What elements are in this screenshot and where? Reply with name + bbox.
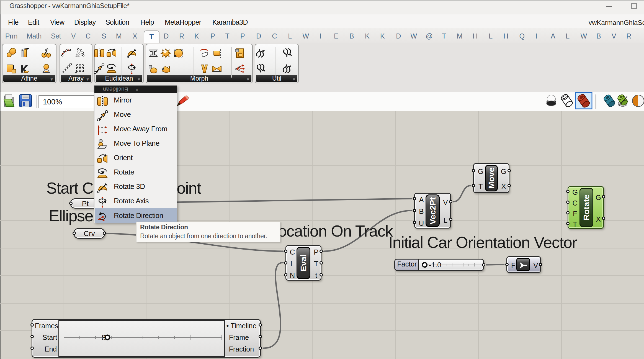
- svg-text:-1.0: -1.0: [429, 261, 441, 269]
- svg-text:100%: 100%: [43, 98, 62, 106]
